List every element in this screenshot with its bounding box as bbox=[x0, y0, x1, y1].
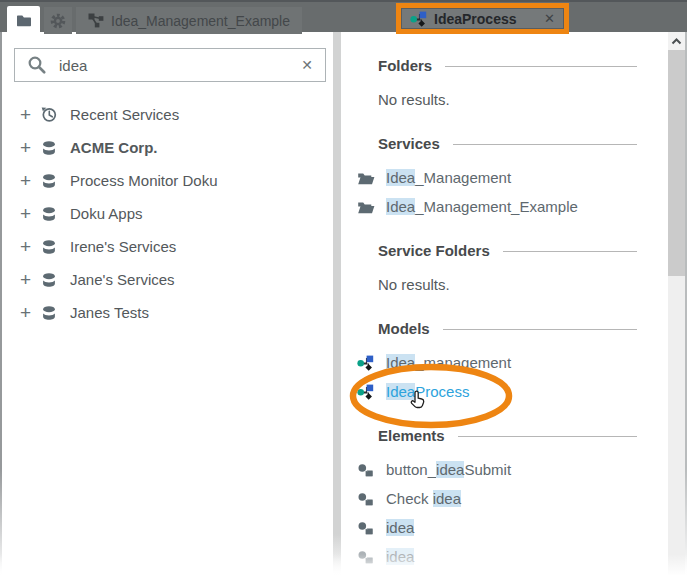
tab-settings[interactable] bbox=[44, 7, 72, 34]
section-title: Service Folders bbox=[341, 241, 660, 261]
section-title-label: Folders bbox=[378, 56, 432, 76]
section-title: Models bbox=[341, 319, 660, 339]
scrollbar-thumb[interactable] bbox=[668, 50, 685, 276]
tab-explorer[interactable] bbox=[7, 6, 40, 34]
expand-plus-icon[interactable]: + bbox=[20, 303, 40, 322]
section-rule bbox=[443, 329, 637, 330]
element-icon bbox=[357, 520, 375, 536]
section-title: Elements bbox=[341, 426, 660, 446]
search-input[interactable] bbox=[59, 57, 289, 74]
model-icon bbox=[357, 355, 375, 371]
history-clock-icon bbox=[40, 106, 58, 123]
search-results-panel: Folders No results. Services Idea_Manage… bbox=[341, 32, 660, 578]
tree-item-label: Jane's Services bbox=[70, 271, 175, 288]
expand-plus-icon[interactable]: + bbox=[20, 138, 40, 157]
tree-item[interactable]: + ACME Corp. bbox=[2, 131, 333, 164]
element-icon bbox=[357, 549, 375, 565]
tree-item-label: Process Monitor Doku bbox=[70, 172, 218, 189]
result-item[interactable]: IdeaProcess bbox=[341, 382, 660, 402]
result-item-label: idea bbox=[386, 518, 414, 538]
tree-item[interactable]: + Recent Services bbox=[2, 98, 333, 131]
tree-item-label: Irene's Services bbox=[70, 238, 176, 255]
database-icon bbox=[40, 206, 58, 222]
section-title-label: Services bbox=[378, 134, 440, 154]
element-icon bbox=[357, 491, 375, 507]
result-item[interactable]: Check idea bbox=[341, 489, 660, 509]
result-item[interactable]: Idea_Management bbox=[341, 168, 660, 188]
expand-plus-icon[interactable]: + bbox=[20, 270, 40, 289]
tree-item-label: ACME Corp. bbox=[70, 139, 158, 156]
folder-open-icon bbox=[357, 171, 375, 186]
result-item[interactable]: button_ideaSubmit bbox=[341, 460, 660, 480]
result-item[interactable]: idea bbox=[341, 518, 660, 538]
database-icon bbox=[40, 305, 58, 321]
result-item-label: Check idea bbox=[386, 489, 461, 509]
close-tab-icon[interactable]: ✕ bbox=[544, 11, 555, 26]
no-results-text: No results. bbox=[341, 90, 660, 110]
annotation-box-orange: IdeaProcess ✕ bbox=[396, 3, 569, 34]
result-item-label: idea bbox=[386, 547, 414, 567]
folder-open-icon bbox=[357, 200, 375, 215]
expand-plus-icon[interactable]: + bbox=[20, 237, 40, 256]
expand-plus-icon[interactable]: + bbox=[20, 105, 40, 124]
tree-item[interactable]: + Doku Apps bbox=[2, 197, 333, 230]
results-section: Elements button_ideaSubmit Check idea id… bbox=[341, 426, 660, 567]
vertical-scrollbar[interactable] bbox=[668, 32, 685, 578]
tab-label: IdeaProcess bbox=[434, 11, 517, 27]
section-title: Services bbox=[341, 134, 660, 154]
element-icon bbox=[357, 462, 375, 478]
section-title-label: Elements bbox=[378, 426, 445, 446]
clear-search-icon[interactable]: ✕ bbox=[301, 57, 313, 73]
navigation-panel: ✕ + Recent Services + ACME Corp. + Proce… bbox=[2, 32, 333, 578]
results-section: Models Idea_management IdeaProcess bbox=[341, 319, 660, 402]
database-icon bbox=[40, 173, 58, 189]
search-icon bbox=[27, 55, 47, 75]
window-left-edge bbox=[0, 32, 2, 578]
gear-icon bbox=[49, 12, 67, 30]
result-item-label: IdeaProcess bbox=[386, 382, 469, 402]
tab-label: Idea_Management_Example bbox=[111, 13, 290, 29]
results-section: Service Folders No results. bbox=[341, 241, 660, 295]
scroll-up-button[interactable] bbox=[668, 32, 685, 50]
result-item-label: Idea_Management bbox=[386, 168, 511, 188]
no-results-text: No results. bbox=[341, 275, 660, 295]
section-rule bbox=[458, 436, 637, 437]
service-tree: + Recent Services + ACME Corp. + Process… bbox=[2, 98, 333, 329]
tree-item[interactable]: + Janes Tests bbox=[2, 296, 333, 329]
tab-bar: Idea_Management_Example IdeaProcess ✕ bbox=[0, 0, 687, 32]
tree-item-label: Doku Apps bbox=[70, 205, 143, 222]
result-item-label: Idea_Management_Example bbox=[386, 197, 578, 217]
results-section: Services Idea_Management Idea_Management… bbox=[341, 134, 660, 217]
tree-item-label: Janes Tests bbox=[70, 304, 149, 321]
tab-idea-management-example[interactable]: Idea_Management_Example bbox=[76, 7, 302, 34]
result-item-label: button_ideaSubmit bbox=[386, 460, 511, 480]
chevron-up-icon bbox=[671, 38, 682, 45]
tab-ideaprocess[interactable]: IdeaProcess ✕ bbox=[401, 8, 564, 29]
result-item[interactable]: Idea_management bbox=[341, 353, 660, 373]
app-window: Idea_Management_Example IdeaProcess ✕ ✕ … bbox=[0, 0, 687, 578]
tree-item[interactable]: + Jane's Services bbox=[2, 263, 333, 296]
section-title-label: Models bbox=[378, 319, 430, 339]
result-item-label: Idea_management bbox=[386, 353, 511, 373]
model-icon bbox=[410, 11, 428, 27]
result-item[interactable]: idea bbox=[341, 547, 660, 567]
expand-plus-icon[interactable]: + bbox=[20, 204, 40, 223]
tree-item[interactable]: + Process Monitor Doku bbox=[2, 164, 333, 197]
section-title-label: Service Folders bbox=[378, 241, 490, 261]
section-rule bbox=[445, 66, 637, 67]
database-icon bbox=[40, 239, 58, 255]
tree-item[interactable]: + Irene's Services bbox=[2, 230, 333, 263]
expand-plus-icon[interactable]: + bbox=[20, 171, 40, 190]
section-title: Folders bbox=[341, 56, 660, 76]
panel-divider[interactable] bbox=[333, 32, 341, 578]
model-icon bbox=[357, 384, 375, 400]
section-rule bbox=[503, 251, 637, 252]
result-item[interactable]: Idea_Management_Example bbox=[341, 197, 660, 217]
database-icon bbox=[40, 140, 58, 156]
tree-item-label: Recent Services bbox=[70, 106, 179, 123]
section-rule bbox=[453, 144, 637, 145]
search-box: ✕ bbox=[14, 48, 326, 82]
sitemap-icon bbox=[88, 13, 104, 28]
folder-icon bbox=[15, 13, 33, 28]
database-icon bbox=[40, 272, 58, 288]
